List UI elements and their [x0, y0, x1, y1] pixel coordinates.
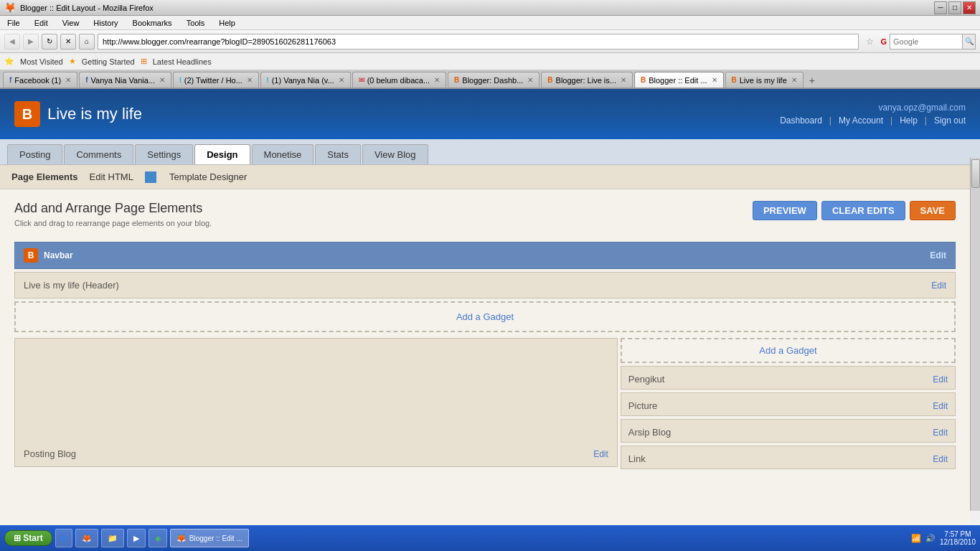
menu-edit[interactable]: Edit — [32, 17, 51, 29]
tab-mail-close[interactable]: ✕ — [434, 76, 440, 84]
preview-button[interactable]: PREVIEW — [753, 201, 817, 220]
tab-vanya[interactable]: f Vanya Nia Vania... ✕ — [79, 72, 171, 88]
tab-blogger-dash[interactable]: B Blogger: Dashb... ✕ — [448, 72, 540, 88]
tab-blogger-live-close[interactable]: ✕ — [621, 76, 626, 84]
title-bar-buttons: ─ □ ✕ — [934, 1, 976, 14]
reload-button[interactable]: ↻ — [42, 34, 57, 50]
taskbar-firefox[interactable]: 🦊 — [75, 529, 98, 547]
bookmarks-bar: ⭐ Most Visited ★ Getting Started ⊞ Lates… — [0, 53, 980, 70]
blogger-user-info: vanya.opz@gmail.com Dashboard | My Accou… — [780, 103, 966, 126]
menu-help[interactable]: Help — [216, 17, 238, 29]
tab-blogger-edit[interactable]: B Blogger :: Edit ... ✕ — [634, 72, 724, 88]
tab-comments[interactable]: Comments — [64, 144, 133, 164]
tab-vanya2[interactable]: t (1) Vanya Nia (v... ✕ — [260, 72, 351, 88]
add-gadget-side-link[interactable]: Add a Gadget — [759, 345, 816, 356]
header-edit-link[interactable]: Edit — [931, 281, 946, 291]
page-header: Add and Arrange Page Elements Click and … — [14, 201, 956, 227]
picture-edit-link[interactable]: Edit — [933, 401, 948, 411]
taskbar-files[interactable]: 📁 — [101, 529, 124, 547]
taskbar-firefox-active[interactable]: 🦊 Blogger :: Edit ... — [170, 529, 249, 547]
taskbar-ie[interactable]: e — [55, 529, 72, 547]
help-link[interactable]: Help — [900, 116, 918, 126]
tab-facebook[interactable]: f Facebook (1) ✕ — [3, 72, 77, 88]
close-button[interactable]: ✕ — [963, 1, 976, 14]
add-gadget-top-link[interactable]: Add a Gadget — [456, 311, 514, 322]
dashboard-link[interactable]: Dashboard — [780, 116, 822, 126]
my-account-link[interactable]: My Account — [839, 116, 883, 126]
tab-blogger-live[interactable]: B Blogger: Live is... ✕ — [541, 72, 633, 88]
navbar-block-icon: B — [24, 248, 38, 263]
sub-nav-edit-html[interactable]: Edit HTML — [90, 171, 133, 182]
sub-nav-page-elements[interactable]: Page Elements — [11, 171, 78, 182]
sign-out-link[interactable]: Sign out — [934, 116, 966, 126]
posting-block-title: Posting Blog — [24, 448, 76, 459]
tab-live-life-label: Live is my life — [740, 76, 787, 85]
bookmark-latest-headlines[interactable]: Latest Headlines — [153, 57, 212, 66]
bookmark-rss-icon: ⊞ — [141, 57, 147, 66]
firefox-active-icon: 🦊 — [176, 534, 187, 543]
app2-icon: ◈ — [155, 534, 161, 543]
tab-twitter-close[interactable]: ✕ — [247, 76, 253, 84]
menu-bookmarks[interactable]: Bookmarks — [130, 17, 175, 29]
maximize-button[interactable]: □ — [948, 1, 961, 14]
scrollbar-thumb[interactable] — [971, 159, 980, 188]
blogger-header: B Live is my life vanya.opz@gmail.com Da… — [0, 89, 980, 139]
tab-twitter[interactable]: t (2) Twitter / Ho... ✕ — [173, 72, 259, 88]
address-bar[interactable] — [98, 34, 859, 50]
tab-stats[interactable]: Stats — [315, 144, 361, 164]
tab-settings[interactable]: Settings — [135, 144, 193, 164]
pengikut-edit-link[interactable]: Edit — [933, 375, 948, 385]
bookmark-getting-started[interactable]: Getting Started — [82, 57, 135, 66]
sub-nav-template-designer[interactable]: Template Designer — [169, 171, 247, 182]
tab-blogger-dash-close[interactable]: ✕ — [527, 76, 533, 84]
clear-edits-button[interactable]: CLEAR EDITS — [821, 201, 905, 220]
tab-view-blog[interactable]: View Blog — [362, 144, 428, 164]
bookmark-most-visited[interactable]: Most Visited — [20, 57, 63, 66]
tab-facebook-favicon: f — [9, 76, 11, 84]
tab-mail[interactable]: ✉ (0 belum dibaca... ✕ — [352, 72, 446, 88]
sub-nav: Page Elements Edit HTML Template Designe… — [0, 165, 980, 189]
bookmark-star-button[interactable]: ☆ — [862, 34, 877, 50]
start-button[interactable]: ⊞ Start — [4, 530, 52, 546]
home-button[interactable]: ⌂ — [79, 34, 95, 50]
tab-vanya-close[interactable]: ✕ — [159, 76, 165, 84]
tab-live-life[interactable]: B Live is my life ✕ — [725, 72, 804, 88]
bookmark-getting-started-label: Getting Started — [82, 57, 135, 66]
menu-history[interactable]: History — [90, 17, 121, 29]
new-tab-button[interactable]: + — [805, 73, 819, 88]
posting-edit-link[interactable]: Edit — [593, 449, 608, 459]
menu-view[interactable]: View — [60, 17, 83, 29]
tab-vanya2-favicon: t — [267, 76, 269, 84]
arsip-title: Arsip Blog — [628, 424, 671, 438]
menu-tools[interactable]: Tools — [184, 17, 208, 29]
save-button[interactable]: SAVE — [910, 201, 956, 220]
taskbar-app2[interactable]: ◈ — [149, 529, 167, 547]
blogger-b-icon: B — [14, 101, 40, 127]
tab-design[interactable]: Design — [194, 144, 250, 164]
stop-button[interactable]: ✕ — [60, 34, 76, 50]
tab-posting[interactable]: Posting — [7, 144, 62, 164]
tab-blogger-edit-close[interactable]: ✕ — [712, 76, 717, 84]
tab-facebook-close[interactable]: ✕ — [65, 76, 71, 84]
tab-live-life-close[interactable]: ✕ — [791, 76, 797, 84]
tab-blogger-live-favicon: B — [547, 76, 552, 84]
scrollbar[interactable] — [970, 158, 980, 511]
content-area: Add and Arrange Page Elements Click and … — [0, 189, 970, 551]
navbar-edit-link[interactable]: Edit — [930, 250, 946, 260]
blogger-nav-tabs: Posting Comments Settings Design Monetis… — [0, 139, 980, 165]
back-button[interactable]: ◀ — [4, 34, 20, 50]
arsip-edit-link[interactable]: Edit — [933, 428, 948, 438]
search-button[interactable]: 🔍 — [962, 34, 975, 49]
menu-file[interactable]: File — [4, 17, 23, 29]
minimize-button[interactable]: ─ — [934, 1, 947, 14]
search-input[interactable] — [890, 34, 962, 49]
files-icon: 📁 — [108, 534, 118, 543]
navbar-block-title: Navbar — [44, 250, 73, 260]
tab-monetise[interactable]: Monetise — [252, 144, 314, 164]
forward-button[interactable]: ▶ — [23, 34, 39, 50]
taskbar-media[interactable]: ▶ — [127, 529, 146, 547]
tab-vanya2-close[interactable]: ✕ — [339, 76, 344, 84]
side-block-pengikut: Pengikut Edit — [621, 366, 956, 390]
link-edit-link[interactable]: Edit — [933, 454, 948, 464]
tab-blogger-live-label: Blogger: Live is... — [556, 76, 616, 85]
